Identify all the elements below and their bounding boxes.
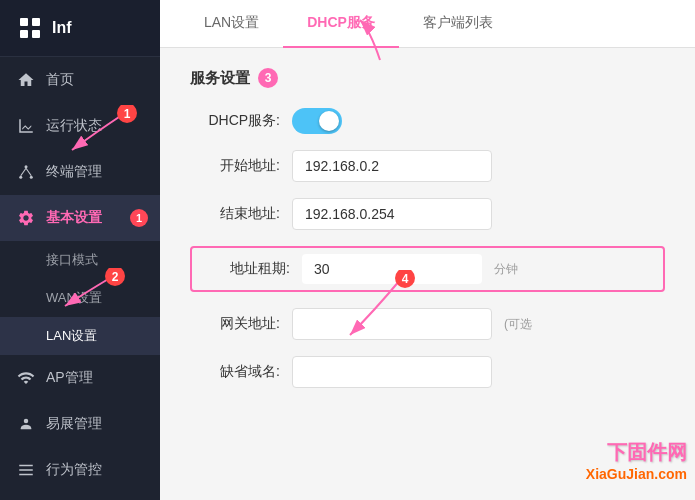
sidebar-item-basic-label: 基本设置: [46, 209, 102, 227]
section-title: 服务设置 3: [190, 68, 665, 88]
start-address-label: 开始地址:: [190, 157, 280, 175]
sidebar-item-wan-label: WAN设置: [46, 289, 102, 307]
lease-period-row: 地址租期: 分钟: [190, 246, 665, 292]
end-address-input[interactable]: [292, 198, 492, 230]
section-title-text: 服务设置: [190, 69, 250, 88]
gateway-row: 网关地址: (可选: [190, 308, 665, 340]
svg-point-6: [30, 176, 33, 179]
person-icon: [16, 414, 36, 434]
gateway-label: 网关地址:: [190, 315, 280, 333]
dhcp-label: DHCP服务:: [190, 112, 280, 130]
sidebar-item-behavior-label: 行为管控: [46, 461, 102, 479]
sidebar-item-status[interactable]: 运行状态: [0, 103, 160, 149]
logo-text: Inf: [52, 19, 72, 37]
svg-rect-2: [20, 30, 28, 38]
sidebar-item-easyex-label: 易展管理: [46, 415, 102, 433]
wifi-icon: [16, 368, 36, 388]
sidebar-item-lan[interactable]: LAN设置: [0, 317, 160, 355]
sidebar-item-ap[interactable]: AP管理: [0, 355, 160, 401]
lease-period-input[interactable]: [302, 254, 482, 284]
tab-lan[interactable]: LAN设置: [180, 0, 283, 48]
sidebar: Inf 首页 运行状态 终端管理 基本设: [0, 0, 160, 500]
content-area: 服务设置 3 DHCP服务: 开始地址: 结束地址:: [160, 48, 695, 500]
svg-rect-10: [19, 465, 33, 467]
sidebar-item-lan-label: LAN设置: [46, 327, 97, 345]
svg-rect-11: [19, 469, 33, 471]
lease-unit: 分钟: [494, 261, 518, 278]
sidebar-item-wan[interactable]: WAN设置: [0, 279, 160, 317]
lease-period-label: 地址租期:: [200, 260, 290, 278]
svg-point-4: [25, 165, 28, 168]
sidebar-item-status-label: 运行状态: [46, 117, 102, 135]
list-icon: [16, 460, 36, 480]
tab-bar: LAN设置 DHCP服务 客户端列表: [160, 0, 695, 48]
gateway-input[interactable]: [292, 308, 492, 340]
home-icon: [16, 70, 36, 90]
dhcp-toggle-row: DHCP服务:: [190, 108, 665, 134]
svg-point-9: [24, 419, 29, 424]
sidebar-item-home-label: 首页: [46, 71, 74, 89]
sidebar-item-easyex[interactable]: 易展管理: [0, 401, 160, 447]
network-icon: [16, 162, 36, 182]
sidebar-item-terminal[interactable]: 终端管理: [0, 149, 160, 195]
svg-line-8: [26, 168, 31, 176]
sidebar-item-behavior[interactable]: 行为管控: [0, 447, 160, 493]
logo-icon: [16, 14, 44, 42]
tab-clients[interactable]: 客户端列表: [399, 0, 517, 48]
start-address-input[interactable]: [292, 150, 492, 182]
sidebar-item-security[interactable]: 安全管理: [0, 493, 160, 500]
gear-icon: [16, 208, 36, 228]
toggle-thumb: [319, 111, 339, 131]
end-address-row: 结束地址:: [190, 198, 665, 230]
domain-row: 缺省域名:: [190, 356, 665, 388]
sidebar-item-interface-label: 接口模式: [46, 251, 98, 269]
sidebar-item-basic[interactable]: 基本设置 1: [0, 195, 160, 241]
main-content: LAN设置 DHCP服务 客户端列表 服务设置 3 DHCP服务:: [160, 0, 695, 500]
start-address-row: 开始地址:: [190, 150, 665, 182]
sidebar-logo: Inf: [0, 0, 160, 57]
tab-dhcp[interactable]: DHCP服务: [283, 0, 399, 48]
sidebar-item-interface[interactable]: 接口模式: [0, 241, 160, 279]
end-address-label: 结束地址:: [190, 205, 280, 223]
sidebar-item-ap-label: AP管理: [46, 369, 93, 387]
chart-icon: [16, 116, 36, 136]
svg-rect-3: [32, 30, 40, 38]
svg-point-5: [19, 176, 22, 179]
sidebar-item-terminal-label: 终端管理: [46, 163, 102, 181]
svg-line-7: [21, 168, 26, 176]
step-badge-3: 3: [258, 68, 278, 88]
svg-rect-1: [32, 18, 40, 26]
sidebar-item-home[interactable]: 首页: [0, 57, 160, 103]
svg-rect-0: [20, 18, 28, 26]
gateway-hint: (可选: [504, 316, 532, 333]
domain-input[interactable]: [292, 356, 492, 388]
domain-label: 缺省域名:: [190, 363, 280, 381]
svg-rect-12: [19, 474, 33, 476]
dhcp-toggle[interactable]: [292, 108, 342, 134]
basic-badge: 1: [130, 209, 148, 227]
toggle-track: [292, 108, 342, 134]
